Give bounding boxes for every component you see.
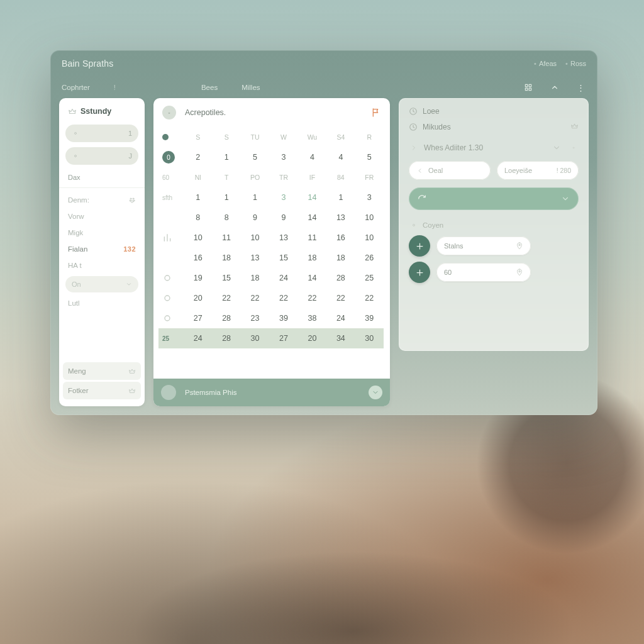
calendar-cell[interactable]: 39 bbox=[355, 308, 384, 328]
calendar-cell[interactable]: 2 bbox=[184, 147, 212, 167]
calendar-cell[interactable]: 16 bbox=[326, 228, 355, 248]
tab-3[interactable]: Milles bbox=[242, 84, 260, 91]
calendar-cell[interactable]: 22 bbox=[355, 288, 384, 308]
calendar-cell[interactable]: 27 bbox=[269, 328, 297, 348]
calendar-cell[interactable]: 14 bbox=[298, 268, 326, 288]
sidebar-select[interactable]: On bbox=[65, 276, 138, 292]
calendar-cell[interactable]: 20 bbox=[298, 328, 326, 348]
calendar-cell[interactable]: 34 bbox=[326, 328, 355, 348]
calendar-cell[interactable]: 22 bbox=[298, 288, 326, 308]
calendar-cell[interactable]: 13 bbox=[326, 208, 355, 228]
calendar-cell[interactable]: 18 bbox=[241, 268, 269, 288]
grid-icon[interactable] bbox=[524, 83, 533, 92]
sidebar-item-1[interactable]: Vorw bbox=[64, 208, 140, 225]
calendar-cell[interactable]: 11 bbox=[298, 228, 326, 248]
calendar-cell[interactable]: 1 bbox=[241, 187, 269, 208]
calendar-cell[interactable]: 18 bbox=[298, 248, 326, 268]
calendar-cell[interactable]: 8 bbox=[212, 208, 240, 228]
add-button[interactable] bbox=[409, 262, 430, 283]
calendar-cell[interactable]: 13 bbox=[269, 228, 297, 248]
panel-sub-row[interactable]: Whes Adiiter 1.30 bbox=[409, 138, 579, 157]
calendar-cell[interactable]: 20 bbox=[184, 288, 212, 308]
titlebar-link-1[interactable]: Ross bbox=[565, 60, 586, 67]
calendar-cell[interactable]: 4 bbox=[298, 147, 326, 167]
calendar-cell[interactable]: 25 bbox=[355, 268, 384, 288]
tab-2[interactable]: Bees bbox=[201, 84, 218, 91]
calendar-cell[interactable]: 3 bbox=[355, 187, 384, 208]
chevron-up-icon[interactable] bbox=[550, 83, 559, 92]
calendar-dow: TR bbox=[269, 167, 297, 187]
chevron-down-icon[interactable] bbox=[369, 386, 382, 399]
calendar-cell[interactable]: 16 bbox=[184, 248, 212, 268]
calendar-dot-icon[interactable]: ◦ bbox=[162, 106, 176, 119]
calendar-cell[interactable]: 9 bbox=[269, 208, 297, 228]
calendar-cell[interactable]: 18 bbox=[326, 248, 355, 268]
calendar-cell[interactable]: 1 bbox=[184, 187, 212, 208]
calendar-cell[interactable]: 15 bbox=[269, 248, 297, 268]
calendar-cell[interactable]: 18 bbox=[212, 248, 240, 268]
primary-action-button[interactable] bbox=[409, 187, 579, 210]
calendar-footer[interactable]: Pstemsmia Phis bbox=[153, 379, 390, 406]
calendar-cell[interactable]: 38 bbox=[298, 308, 326, 328]
calendar-cell[interactable]: 28 bbox=[212, 328, 240, 348]
calendar-cell[interactable]: 15 bbox=[212, 268, 240, 288]
sidebar-footer-0[interactable]: Meng bbox=[63, 362, 141, 380]
sidebar-section-label: Dax bbox=[64, 167, 140, 184]
sidebar-item-4[interactable]: HA t bbox=[64, 257, 140, 274]
calendar-cell[interactable]: 24 bbox=[184, 328, 212, 348]
sidebar-footer-1[interactable]: Fotker bbox=[63, 382, 141, 399]
sidebar-pill-0[interactable]: 1 bbox=[65, 125, 138, 142]
calendar-cell[interactable]: 1 bbox=[326, 187, 355, 208]
calendar-cell[interactable]: 5 bbox=[241, 147, 269, 167]
sidebar-pill-1[interactable]: J bbox=[65, 147, 138, 165]
calendar-cell[interactable]: 1 bbox=[212, 147, 240, 167]
chip-field-0[interactable]: Stalns bbox=[436, 236, 531, 255]
calendar-cell[interactable]: 27 bbox=[184, 308, 212, 328]
tab-0[interactable]: Cophrter bbox=[62, 84, 90, 91]
calendar-cell[interactable]: 10 bbox=[241, 228, 269, 248]
calendar-cell[interactable]: 19 bbox=[184, 268, 212, 288]
sidebar-item-3[interactable]: Fialan 132 bbox=[64, 241, 140, 257]
calendar-dow: FR bbox=[355, 167, 384, 187]
calendar-cell[interactable]: 23 bbox=[241, 308, 269, 328]
calendar-cell[interactable]: 28 bbox=[212, 308, 240, 328]
calendar-cell[interactable]: 22 bbox=[241, 288, 269, 308]
field-loeyise[interactable]: Loeyeiše ! 280 bbox=[497, 161, 579, 180]
sidebar-item-2[interactable]: Migk bbox=[64, 225, 140, 241]
calendar-cell[interactable]: 39 bbox=[269, 308, 297, 328]
calendar-cell[interactable]: 22 bbox=[326, 288, 355, 308]
calendar-cell[interactable]: 28 bbox=[326, 268, 355, 288]
calendar-cell[interactable]: 5 bbox=[355, 147, 384, 167]
flag-icon[interactable] bbox=[371, 108, 381, 118]
calendar-cell[interactable]: 14 bbox=[298, 208, 326, 228]
calendar-cell[interactable]: 3 bbox=[269, 147, 297, 167]
calendar-cell[interactable]: 11 bbox=[212, 228, 240, 248]
calendar-cell[interactable]: 14 bbox=[298, 187, 326, 208]
calendar-cell[interactable]: 8 bbox=[184, 208, 212, 228]
calendar-cell[interactable]: 9 bbox=[241, 208, 269, 228]
calendar-cell[interactable]: 1 bbox=[212, 187, 240, 208]
calendar-cell[interactable]: 10 bbox=[184, 228, 212, 248]
titlebar-link-0[interactable]: Afeas bbox=[534, 60, 557, 67]
calendar-cell[interactable]: 22 bbox=[269, 288, 297, 308]
calendar-cell[interactable]: 24 bbox=[269, 268, 297, 288]
calendar-cell[interactable]: 10 bbox=[355, 228, 384, 248]
add-button[interactable] bbox=[409, 235, 430, 257]
calendar-cell[interactable]: 30 bbox=[355, 328, 384, 348]
calendar-cell[interactable]: 4 bbox=[326, 147, 355, 167]
calendar-cell[interactable]: 26 bbox=[355, 248, 384, 268]
calendar-cell[interactable]: 3 bbox=[269, 187, 297, 208]
sidebar-item-0[interactable]: Denm: bbox=[64, 192, 140, 208]
calendar-cell[interactable]: 24 bbox=[326, 308, 355, 328]
calendar-header: ◦ Acrepotiles. bbox=[153, 98, 390, 123]
calendar-cell[interactable]: 22 bbox=[212, 288, 240, 308]
tab-1[interactable]: ! bbox=[114, 84, 116, 91]
calendar-cell[interactable]: 13 bbox=[241, 248, 269, 268]
calendar-cell[interactable]: 10 bbox=[355, 208, 384, 228]
more-icon[interactable]: ⋮ bbox=[577, 83, 586, 92]
field-oeal[interactable]: Oeal bbox=[409, 161, 491, 180]
sidebar-item-post[interactable]: Lutl bbox=[64, 295, 140, 311]
chip-field-1[interactable]: 60 bbox=[436, 263, 531, 282]
refresh-icon bbox=[418, 194, 426, 203]
calendar-cell[interactable]: 30 bbox=[241, 328, 269, 348]
